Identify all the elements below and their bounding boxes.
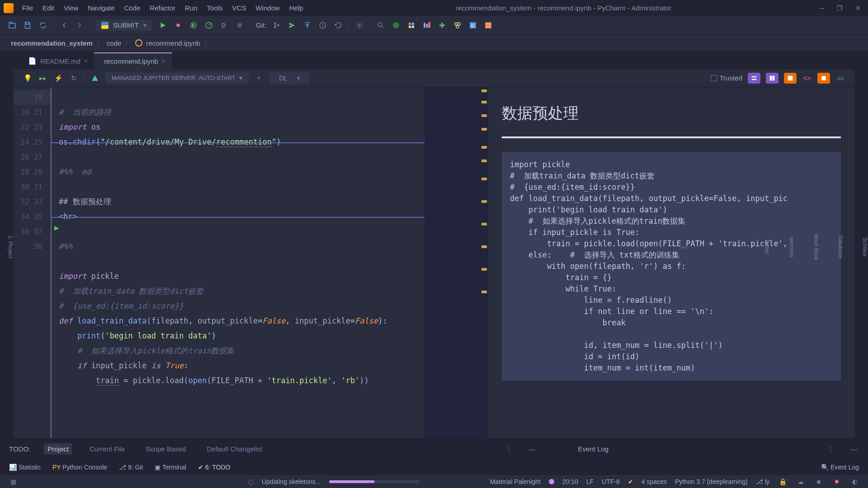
run-icon[interactable] <box>158 20 168 30</box>
status-interpreter[interactable]: Python 3.7 (deeplearning) <box>675 478 748 485</box>
breadcrumb-file[interactable]: recommend.ipynb <box>146 39 200 47</box>
datalore-icon[interactable] <box>90 73 100 83</box>
tool-sciview[interactable]: SciView <box>862 237 868 256</box>
view-mode-preview-icon[interactable] <box>784 73 797 84</box>
run-cell-icon[interactable]: ▸▸ <box>38 73 48 83</box>
plugin-icon-4[interactable] <box>453 20 462 30</box>
close-icon[interactable]: × <box>84 57 88 65</box>
profile-icon[interactable] <box>204 20 214 30</box>
menu-code[interactable]: Code <box>120 3 144 13</box>
todo-tab-changelist[interactable]: Default Changelist <box>203 443 266 455</box>
forward-icon[interactable] <box>75 20 85 30</box>
run-all-icon[interactable]: ⚡ <box>53 73 63 83</box>
minimap[interactable] <box>425 87 488 438</box>
close-button[interactable]: ✕ <box>855 5 861 12</box>
tool-project[interactable]: 1: Project <box>7 235 14 258</box>
face-icon[interactable]: ☻ <box>814 477 824 487</box>
code-with-me-icon[interactable] <box>391 20 401 30</box>
status-branch[interactable]: ⎇ ly <box>756 478 769 485</box>
todo-tab-current[interactable]: Current File <box>86 443 128 455</box>
inspection-icon[interactable]: ✔ <box>628 478 633 485</box>
menu-edit[interactable]: Edit <box>38 3 58 13</box>
trusted-checkbox[interactable]: Trusted <box>711 74 742 82</box>
open-icon[interactable] <box>7 20 17 30</box>
menu-vcs[interactable]: VCS <box>228 3 250 13</box>
tool-git[interactable]: ⎇ 9: Git <box>119 464 143 471</box>
git-commit-icon[interactable] <box>287 20 297 30</box>
menu-view[interactable]: View <box>60 3 82 13</box>
lock-icon[interactable]: 🔒 <box>778 477 788 487</box>
event-log-label[interactable]: Event Log <box>578 445 609 453</box>
gear-icon[interactable]: ✸ <box>832 477 842 487</box>
lightbulb-icon[interactable]: 💡 <box>23 73 33 83</box>
cloud-icon[interactable]: ☁ <box>796 477 806 487</box>
plugin-icon-6[interactable] <box>483 20 493 30</box>
more-icon[interactable]: ⋮ <box>504 444 514 454</box>
todo-tab-scope[interactable]: Scope Based <box>142 443 189 455</box>
git-history-icon[interactable] <box>318 20 328 30</box>
plugin-icon-3[interactable] <box>437 20 447 30</box>
tool-wordbook[interactable]: Word Book <box>813 234 819 260</box>
tool-windows-icon[interactable]: ▦ <box>8 477 18 487</box>
save-icon[interactable] <box>23 20 33 30</box>
minimize-tool-icon[interactable]: — <box>849 444 859 454</box>
tool-database[interactable]: Database <box>837 235 844 258</box>
search-icon[interactable] <box>376 20 386 30</box>
tab-readme[interactable]: 📄 README.md × <box>22 53 94 69</box>
menu-window[interactable]: Window <box>251 3 283 13</box>
code-content[interactable]: # 当前的路径 import os os.chdir("/content/dri… <box>51 87 425 438</box>
status-indent[interactable]: 4 spaces <box>642 478 667 485</box>
menu-help[interactable]: Help <box>285 3 307 13</box>
settings-icon[interactable] <box>354 20 364 30</box>
plugin-icon-5[interactable]: G <box>468 20 478 30</box>
status-theme[interactable]: Material Palenight <box>490 478 541 485</box>
code-angle-icon[interactable]: <> <box>802 73 812 83</box>
maximize-button[interactable]: ❐ <box>837 5 843 12</box>
sync-icon[interactable] <box>38 20 48 30</box>
menu-navigate[interactable]: Navigate <box>84 3 118 13</box>
interpreter-selector[interactable]: DL ▾ <box>269 72 310 84</box>
git-branch-icon[interactable] <box>272 20 282 30</box>
tool-python-console[interactable]: PY Python Console <box>52 464 107 471</box>
back-icon[interactable] <box>59 20 69 30</box>
menu-tools[interactable]: Tools <box>203 3 227 13</box>
tab-recommend[interactable]: recommend.ipynb × <box>94 52 171 69</box>
menu-refactor[interactable]: Refactor <box>146 3 179 13</box>
breadcrumb-folder[interactable]: code <box>107 39 122 47</box>
layout-icon[interactable]: ▭ <box>835 73 845 83</box>
code-editor[interactable]: 19 20 21 22 23 24 25 26 27 28 29 30 31 3… <box>14 87 488 438</box>
plugin-icon-1[interactable] <box>406 20 416 30</box>
coverage-icon[interactable] <box>189 20 198 30</box>
puzzle-icon[interactable]: ✦ <box>254 73 264 83</box>
menu-file[interactable]: File <box>18 3 37 13</box>
git-rollback-icon[interactable] <box>333 20 343 30</box>
tool-todo[interactable]: ✔ 6: TODO <box>198 464 230 471</box>
variables-icon[interactable] <box>817 73 830 84</box>
jupyter-server-selector[interactable]: MANAGED JUPYTER SERVER: AUTO-START ▾ <box>105 72 249 84</box>
attach-icon[interactable] <box>219 20 229 30</box>
git-push-icon[interactable] <box>302 20 312 30</box>
minimize-tool-icon[interactable]: — <box>528 444 538 454</box>
tool-leetcode[interactable]: leetcode <box>788 237 795 257</box>
tool-notes[interactable]: Notes <box>764 240 770 254</box>
plugin-icon-2[interactable] <box>422 20 432 30</box>
more-icon[interactable]: ⋮ <box>826 444 835 454</box>
debug-icon[interactable] <box>173 20 183 30</box>
restart-kernel-icon[interactable]: ↻ <box>69 73 79 83</box>
tool-statistic[interactable]: 📊 Statistic <box>9 464 41 471</box>
status-encoding[interactable]: UTF-8 <box>602 478 620 485</box>
memory-icon[interactable]: ◐ <box>850 477 860 487</box>
notebook-preview[interactable]: 数据预处理 import pickle # 加载train_data 数据类型d… <box>488 87 854 438</box>
view-mode-split-icon[interactable] <box>766 73 778 84</box>
status-line-sep[interactable]: LF <box>586 478 594 485</box>
minimize-button[interactable]: ─ <box>820 5 824 12</box>
close-icon[interactable]: × <box>162 58 165 65</box>
stop-icon[interactable] <box>235 20 245 30</box>
view-mode-code-icon[interactable] <box>748 73 760 84</box>
breadcrumb-root[interactable]: recommendation_system <box>11 39 93 47</box>
menu-run[interactable]: Run <box>181 3 202 13</box>
tool-terminal[interactable]: ▣ Terminal <box>155 464 186 471</box>
run-config-selector[interactable]: SUBMIT ▾ <box>96 20 152 31</box>
todo-tab-project[interactable]: Project <box>44 443 72 455</box>
tool-event-log[interactable]: 🔍 Event Log <box>821 464 859 471</box>
